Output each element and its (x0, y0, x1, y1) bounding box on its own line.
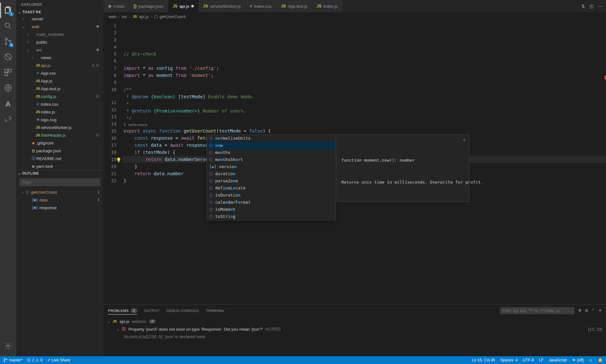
line-number[interactable]: 10 (104, 86, 116, 93)
suggest-widget[interactable]: ⬡normalizeUnits⬡now⬡months⬡monthsShort[◈… (206, 134, 336, 220)
compare-changes-icon[interactable]: ⇅ (581, 4, 585, 9)
line-number[interactable]: 7 (104, 65, 116, 72)
tree-row[interactable]: ›views (16, 54, 104, 61)
problems-filter-input[interactable] (500, 307, 574, 314)
line-number[interactable]: 17 (104, 142, 116, 149)
line-number[interactable]: 14 (104, 120, 116, 127)
tree-row[interactable]: JSconfig.jsU (16, 92, 104, 100)
panel-close-icon[interactable]: ✕ (599, 308, 601, 313)
line-number[interactable]: 22 (104, 177, 116, 184)
activity-extensions[interactable] (0, 65, 16, 80)
tree-row[interactable]: ›server (16, 15, 104, 23)
code-line[interactable]: * (122, 100, 606, 107)
outline-item[interactable]: ⌄⬡getUserCount1 (16, 188, 104, 196)
suggest-item[interactable]: ⬡defineLocale (207, 185, 336, 192)
breadcrumb-part[interactable]: src (122, 14, 127, 19)
line-number[interactable]: 13 (104, 113, 116, 120)
status-language[interactable]: JavaScript (549, 358, 567, 362)
tree-row[interactable]: #App.css (16, 69, 104, 77)
panel-tab[interactable]: PROBLEMS2 (108, 308, 137, 315)
panel-tab[interactable]: OUTPUT (144, 309, 160, 313)
tree-row[interactable]: JSApp.js (16, 77, 104, 85)
line-number[interactable]: 15 (104, 127, 116, 134)
editor-tab[interactable]: #index.css (246, 0, 277, 12)
tree-row[interactable]: #index.css (16, 100, 104, 108)
line-number[interactable]: 11 (104, 99, 116, 106)
problem-related-info[interactable]: lib.dom.d.ts[2230, 5]: 'json' is declare… (107, 333, 602, 340)
breadcrumb-symbol[interactable]: getUserCount (160, 14, 185, 19)
editor-tab[interactable]: {}package.json (129, 0, 168, 12)
filter-settings-icon[interactable]: ⚙ (578, 308, 581, 313)
breadcrumb-file[interactable]: api.js (139, 14, 149, 19)
status-branch[interactable]: master* (3, 358, 22, 362)
line-number[interactable]: 16 (104, 134, 116, 142)
line-number[interactable]: 1 (104, 22, 116, 29)
suggest-item[interactable]: ⬡toString (207, 213, 336, 220)
status-errors-warnings[interactable]: ⓧ2 ⚠0 (27, 358, 42, 363)
close-icon[interactable]: × (463, 137, 466, 144)
lightbulb-icon[interactable]: 💡 (116, 156, 121, 164)
line-number[interactable]: 5 (104, 50, 116, 58)
suggest-item[interactable]: ⬡duration (207, 170, 336, 177)
editor-tab[interactable]: JSapi.js (168, 0, 199, 12)
suggest-item[interactable]: ⬡months (207, 149, 336, 156)
status-ts-status[interactable]: 👁 [off] (572, 358, 584, 362)
status-indentation[interactable]: Spaces: 4 (501, 358, 518, 362)
tree-row[interactable]: ◉yarn.lock (16, 162, 104, 170)
project-header[interactable]: ⌄ TOAST'RE (16, 9, 104, 15)
suggest-item[interactable]: ⬡calendarFormat (207, 199, 336, 206)
tree-row[interactable]: ⌄web (16, 23, 104, 30)
line-number[interactable]: 12 (104, 106, 116, 113)
suggest-item[interactable]: ⬡isMoment (207, 206, 336, 213)
tree-row[interactable]: ❊logo.svg (16, 116, 104, 123)
tree-row[interactable]: JSApp.test.js (16, 85, 104, 92)
split-editor-icon[interactable]: ◫ (589, 4, 593, 9)
tree-row[interactable]: {}package.json (16, 147, 104, 155)
outline-filter-input[interactable] (19, 178, 100, 186)
status-eol[interactable]: LF (539, 358, 544, 362)
editor-tab[interactable]: ◉n.lock (104, 0, 129, 12)
suggest-item[interactable]: ⬡monthsShort (207, 156, 336, 163)
tree-row[interactable]: ◈.gitignore (16, 139, 104, 147)
code-line[interactable] (122, 79, 606, 86)
outline-header[interactable]: ⌄ OUTLINE (16, 170, 104, 176)
line-number[interactable]: 18 (104, 149, 116, 156)
tree-row[interactable]: ›public (16, 38, 104, 46)
editor-tab[interactable]: JSindex.js (312, 0, 343, 12)
codelens[interactable]: 1 reference (122, 122, 606, 127)
line-number[interactable]: 4 (104, 43, 116, 50)
suggest-item[interactable]: ⬡normalizeUnits (207, 135, 336, 142)
line-number[interactable]: 2 (104, 29, 116, 36)
collapse-all-icon[interactable]: ⧉ (585, 308, 588, 313)
code-line[interactable]: /** (122, 86, 606, 93)
more-actions-icon[interactable]: ⋯ (598, 4, 602, 9)
activity-settings[interactable] (0, 338, 16, 354)
code-line[interactable] (122, 58, 606, 65)
line-number[interactable]: 9 (104, 79, 116, 86)
outline-item[interactable]: [◈]data1 (16, 196, 104, 204)
suggest-item[interactable]: ⬡parseZone (207, 177, 336, 185)
tree-row[interactable]: ⓘREADME.md (16, 155, 104, 162)
code-line[interactable]: export async function getUserCount(testM… (122, 127, 606, 134)
tree-row[interactable]: ›node_modules (16, 30, 104, 38)
activity-azure[interactable] (0, 96, 16, 111)
suggest-item[interactable]: [◈]version (207, 163, 336, 170)
suggest-item[interactable]: ⬡isDuration (207, 192, 336, 199)
tree-row[interactable]: JSindex.js (16, 108, 104, 116)
code-editor[interactable]: 12345678910 111213141516171819202122 // … (104, 21, 606, 305)
code-line[interactable]: // @ts-check (122, 50, 606, 58)
status-encoding[interactable]: UTF-8 (523, 358, 534, 362)
problem-item[interactable]: ⌄ ⓧ Property 'jsonX' does not exist on t… (107, 325, 602, 333)
line-number[interactable]: 21 (104, 170, 116, 177)
panel-maximize-icon[interactable]: ⌃ (592, 308, 595, 313)
activity-remote[interactable] (0, 80, 16, 96)
line-number[interactable]: 6 (104, 58, 116, 65)
line-number[interactable]: 20 (104, 163, 116, 170)
panel-tab[interactable]: DEBUG CONSOLE (167, 309, 199, 313)
line-number[interactable]: 8 (104, 72, 116, 79)
status-notifications[interactable]: 🔔 (598, 358, 603, 362)
status-cursor-position[interactable]: Ln 15, Col 45 (472, 358, 495, 362)
code-line[interactable]: import * as config from './config'; (122, 65, 606, 72)
code-line[interactable] (122, 206, 606, 213)
tree-row[interactable]: ⌄src (16, 46, 104, 54)
